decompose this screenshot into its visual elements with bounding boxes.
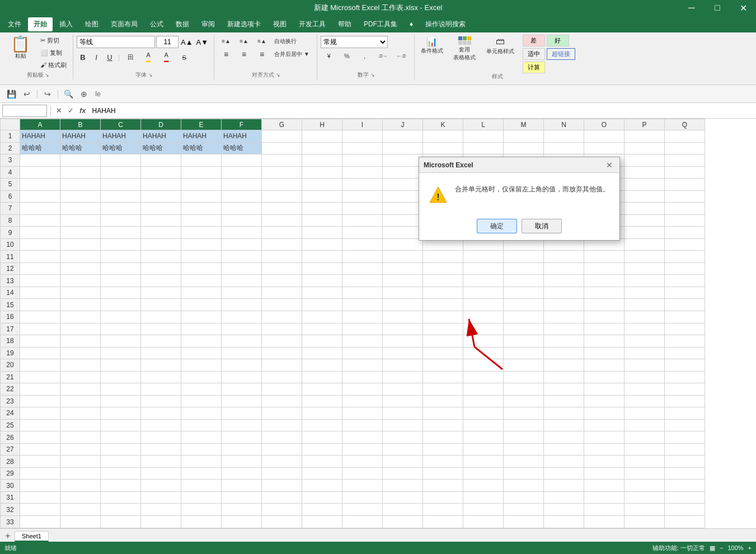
- cell-B15[interactable]: [60, 299, 101, 311]
- cell-M17[interactable]: [504, 323, 544, 335]
- cell-E31[interactable]: [181, 491, 222, 504]
- cell-D24[interactable]: [141, 407, 181, 420]
- cell-D6[interactable]: [141, 190, 181, 203]
- cell-D19[interactable]: [141, 347, 181, 359]
- cell-P29[interactable]: [624, 467, 665, 480]
- cell-I2[interactable]: [342, 142, 383, 154]
- cell-P15[interactable]: [624, 299, 665, 311]
- cell-A29[interactable]: [20, 467, 60, 480]
- sheet-wrapper[interactable]: A B C D E F G H I J K L M N O: [0, 119, 756, 528]
- cell-C2[interactable]: 哈哈哈: [101, 142, 141, 154]
- cell-P22[interactable]: [624, 383, 665, 396]
- cell-C28[interactable]: [101, 456, 141, 468]
- cell-F12[interactable]: [222, 262, 262, 275]
- cell-H23[interactable]: [302, 395, 342, 407]
- cell-G33[interactable]: [262, 516, 302, 528]
- cell-D3[interactable]: [141, 154, 181, 167]
- cell-I31[interactable]: [342, 491, 383, 504]
- cell-B5[interactable]: [60, 179, 101, 191]
- cell-I1[interactable]: [342, 130, 383, 143]
- cell-D12[interactable]: [141, 262, 181, 275]
- cell-J32[interactable]: [383, 504, 423, 516]
- cell-I24[interactable]: [342, 407, 383, 420]
- cell-Q3[interactable]: [665, 154, 705, 167]
- cell-E14[interactable]: [181, 287, 222, 299]
- cell-C23[interactable]: [101, 395, 141, 407]
- cell-B22[interactable]: [60, 383, 101, 396]
- cell-G27[interactable]: [262, 443, 302, 456]
- cell-D23[interactable]: [141, 395, 181, 407]
- cell-F18[interactable]: [222, 335, 262, 348]
- cell-J10[interactable]: [383, 238, 423, 251]
- menu-help[interactable]: 帮助: [332, 17, 357, 31]
- cell-F19[interactable]: [222, 347, 262, 359]
- cell-J31[interactable]: [383, 491, 423, 504]
- cell-B3[interactable]: [60, 154, 101, 167]
- cell-P20[interactable]: [624, 359, 665, 372]
- cell-H18[interactable]: [302, 335, 342, 348]
- cell-E4[interactable]: [181, 166, 222, 179]
- cell-Q27[interactable]: [665, 443, 705, 456]
- cell-K29[interactable]: [423, 467, 463, 480]
- cell-P5[interactable]: [624, 179, 665, 191]
- cell-E33[interactable]: [181, 516, 222, 528]
- cell-N13[interactable]: [544, 275, 584, 287]
- cell-J27[interactable]: [383, 443, 423, 456]
- cell-E24[interactable]: [181, 407, 222, 420]
- cell-F30[interactable]: [222, 480, 262, 492]
- cell-J21[interactable]: [383, 371, 423, 383]
- cell-K1[interactable]: [423, 130, 463, 143]
- cell-F28[interactable]: [222, 456, 262, 468]
- cell-B24[interactable]: [60, 407, 101, 420]
- cell-M31[interactable]: [504, 491, 544, 504]
- col-header-G[interactable]: G: [262, 119, 302, 130]
- comma-button[interactable]: ,: [356, 50, 373, 62]
- cell-L33[interactable]: [463, 516, 504, 528]
- cell-M12[interactable]: [504, 262, 544, 275]
- dialog-confirm-button[interactable]: 确定: [477, 219, 517, 233]
- menu-page-layout[interactable]: 页面布局: [105, 17, 143, 31]
- zoom-button[interactable]: ⊕: [77, 87, 91, 101]
- cell-G28[interactable]: [262, 456, 302, 468]
- cell-M29[interactable]: [504, 467, 544, 480]
- cell-A22[interactable]: [20, 383, 60, 396]
- cell-P3[interactable]: [624, 154, 665, 167]
- dialog-cancel-button[interactable]: 取消: [522, 219, 562, 233]
- row-header-23[interactable]: 23: [1, 395, 20, 407]
- row-header-27[interactable]: 27: [1, 443, 20, 456]
- cell-E11[interactable]: [181, 251, 222, 263]
- cell-styles-button[interactable]: 🗃 单元格样式: [483, 35, 517, 57]
- cell-Q15[interactable]: [665, 299, 705, 311]
- cell-E30[interactable]: [181, 480, 222, 492]
- row-header-32[interactable]: 32: [1, 504, 20, 516]
- cell-J3[interactable]: [383, 154, 423, 167]
- cell-K26[interactable]: [423, 431, 463, 444]
- cell-G17[interactable]: [262, 323, 302, 335]
- cell-N25[interactable]: [544, 419, 584, 431]
- cell-Q28[interactable]: [665, 456, 705, 468]
- cell-O21[interactable]: [584, 371, 624, 383]
- cell-O1[interactable]: [584, 130, 624, 143]
- add-sheet-button[interactable]: +: [2, 530, 13, 542]
- cell-K2[interactable]: [423, 142, 463, 154]
- cell-C7[interactable]: [101, 203, 141, 215]
- cell-A13[interactable]: [20, 275, 60, 287]
- cell-I26[interactable]: [342, 431, 383, 444]
- cell-L29[interactable]: [463, 467, 504, 480]
- font-color-button[interactable]: A▬: [158, 50, 175, 64]
- dialog-close-button[interactable]: ✕: [604, 159, 615, 171]
- row-header-16[interactable]: 16: [1, 311, 20, 323]
- cell-E7[interactable]: [181, 203, 222, 215]
- cell-N26[interactable]: [544, 431, 584, 444]
- cell-A1[interactable]: HAHAH: [20, 130, 60, 143]
- cell-D14[interactable]: [141, 287, 181, 299]
- cell-H32[interactable]: [302, 504, 342, 516]
- row-header-1[interactable]: 1: [1, 130, 20, 143]
- cell-J22[interactable]: [383, 383, 423, 396]
- cell-H9[interactable]: [302, 227, 342, 239]
- cell-C33[interactable]: [101, 516, 141, 528]
- cell-K15[interactable]: [423, 299, 463, 311]
- cell-G21[interactable]: [262, 371, 302, 383]
- cell-E10[interactable]: [181, 238, 222, 251]
- align-left-button[interactable]: ≡: [218, 48, 234, 61]
